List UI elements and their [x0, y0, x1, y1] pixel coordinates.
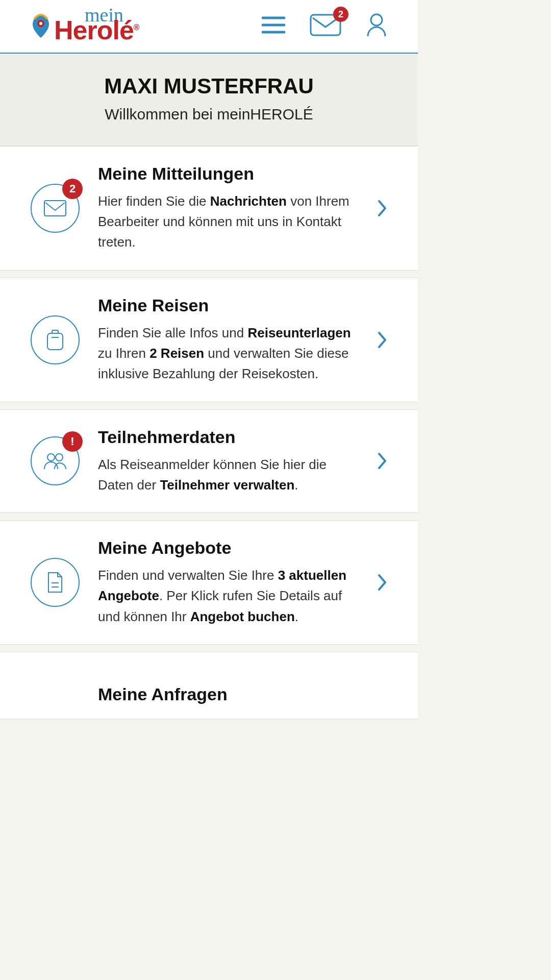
inbox-button[interactable]: 2 — [310, 14, 341, 38]
app-header: mein Herolé® 2 — [0, 0, 418, 54]
people-circle-icon: ! — [31, 436, 80, 485]
chevron-right-icon — [377, 199, 387, 217]
svg-point-6 — [371, 14, 382, 26]
inbox-badge: 2 — [333, 7, 348, 22]
card-title: Meine Mitteilungen — [98, 164, 359, 184]
card-description: Finden Sie alle Infos und Reiseunterlage… — [98, 323, 359, 384]
card-reisen[interactable]: Meine Reisen Finden Sie alle Infos und R… — [0, 278, 418, 402]
svg-point-1 — [39, 22, 42, 25]
hamburger-icon — [262, 16, 285, 34]
profile-button[interactable] — [366, 13, 387, 39]
card-teilnehmerdaten[interactable]: ! Teilnehmerdaten Als Reiseanmelder könn… — [0, 409, 418, 513]
menu-button[interactable] — [262, 16, 285, 36]
svg-rect-7 — [44, 201, 66, 216]
card-description: Hier finden Sie die Nachrichten von Ihre… — [98, 191, 359, 253]
user-name-heading: MAXI MUSTERFRAU — [10, 74, 408, 99]
card-title: Meine Anfragen — [98, 684, 387, 704]
welcome-banner: MAXI MUSTERFRAU Willkommen bei meinHEROL… — [0, 54, 418, 146]
teilnehmer-alert-badge: ! — [62, 431, 83, 452]
location-pin-icon — [31, 13, 51, 39]
card-description: Als Reiseanmelder können Sie hier die Da… — [98, 454, 359, 496]
card-angebote[interactable]: Meine Angebote Finden und verwalten Sie … — [0, 520, 418, 645]
chevron-right-icon — [377, 331, 387, 349]
card-title: Meine Angebote — [98, 538, 359, 558]
svg-rect-8 — [47, 333, 63, 350]
card-title: Meine Reisen — [98, 296, 359, 315]
svg-point-11 — [47, 454, 55, 461]
card-anfragen[interactable]: Meine Anfragen — [0, 652, 418, 719]
chevron-right-icon — [377, 452, 387, 470]
envelope-circle-icon: 2 — [31, 184, 80, 233]
user-icon — [366, 13, 387, 37]
mitteilungen-badge: 2 — [62, 179, 83, 199]
svg-point-12 — [56, 454, 63, 461]
logo-brand-text: Herolé® — [54, 17, 139, 43]
card-mitteilungen[interactable]: 2 Meine Mitteilungen Hier finden Sie die… — [0, 146, 418, 271]
welcome-subtitle: Willkommen bei meinHEROLÉ — [10, 106, 408, 123]
brand-logo[interactable]: mein Herolé® — [31, 9, 139, 43]
svg-rect-9 — [52, 330, 58, 333]
document-circle-icon — [31, 558, 80, 607]
card-description: Finden und verwalten Sie Ihre 3 aktuelle… — [98, 565, 359, 627]
chevron-right-icon — [377, 573, 387, 592]
card-title: Teilnehmerdaten — [98, 427, 359, 447]
suitcase-circle-icon — [31, 315, 80, 364]
